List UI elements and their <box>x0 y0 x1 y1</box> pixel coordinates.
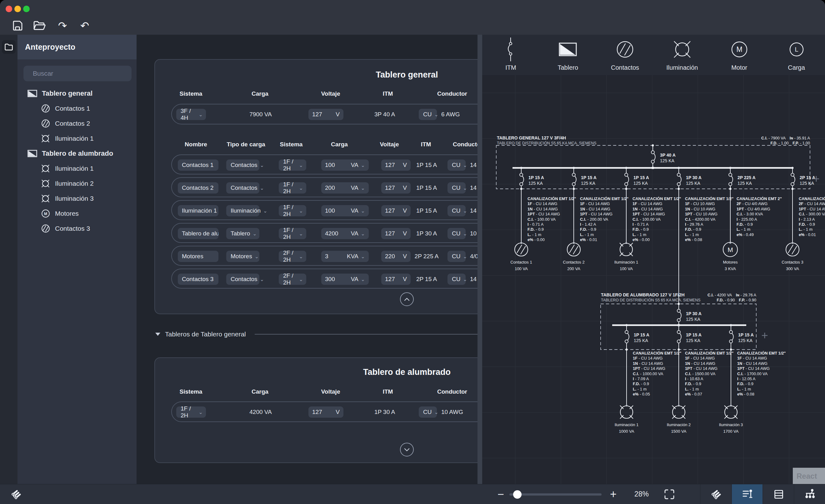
nombre-input[interactable]: Contactos 1 <box>178 159 218 171</box>
zoom-slider[interactable] <box>509 493 602 496</box>
panel-scrollbar[interactable] <box>477 35 482 484</box>
chevron-down-icon: ⌄ <box>463 231 467 237</box>
sistema-select[interactable]: 3F / 4H⌄ <box>176 109 206 120</box>
palette-item-tablero[interactable]: Tablero <box>539 35 597 75</box>
palette-item-itm[interactable]: ITM <box>482 35 539 75</box>
tree-item-tablero-de-alumbrado[interactable]: Tablero de alumbrado <box>17 146 137 161</box>
sistema-select[interactable]: 2F / 2H⌄ <box>279 251 306 262</box>
voltaje-input[interactable]: 127V <box>308 407 344 418</box>
sistema-select[interactable]: 1F / 2H⌄ <box>279 159 306 171</box>
collapse-rows-button[interactable] <box>400 292 414 306</box>
nombre-input[interactable]: Iluminación 1 <box>178 205 218 216</box>
conduit-settings-button[interactable] <box>9 484 24 504</box>
sistema-select[interactable]: 1F / 2H⌄ <box>279 228 306 239</box>
sistema-select[interactable]: 2F / 2H⌄ <box>279 274 306 285</box>
carga-unit-select[interactable]: KVA⌄ <box>347 253 365 260</box>
carga-unit-select[interactable]: VA⌄ <box>351 162 365 168</box>
zoom-window-button[interactable] <box>23 6 30 12</box>
palette-item-motor[interactable]: MMotor <box>710 35 768 75</box>
nombre-input[interactable]: Contactos 2 <box>178 182 218 194</box>
carga-input[interactable]: 4200VA⌄ <box>321 228 369 239</box>
diagram-tree-view-button[interactable] <box>794 484 825 504</box>
load-row-motores: MotoresMotores⌄2F / 2H⌄3KVA⌄220V2P 225 A… <box>171 246 477 266</box>
carga-input[interactable]: 3KVA⌄ <box>321 251 369 262</box>
voltaje-input[interactable]: 127V <box>308 109 344 120</box>
tree-item-contactos-1[interactable]: Contactos 1 <box>17 101 137 116</box>
palette-item-contactos[interactable]: Contactos <box>597 35 654 75</box>
zoom-slider-thumb[interactable] <box>513 490 522 499</box>
tree-item-contactos-2[interactable]: Contactos 2 <box>17 116 137 131</box>
carga-unit-select[interactable]: VA⌄ <box>351 276 365 283</box>
save-button[interactable] <box>10 18 25 33</box>
chevron-down-icon: ⌄ <box>361 162 365 168</box>
conductor-material-select[interactable]: CU⌄ <box>448 251 466 262</box>
tree-item-iluminación-1[interactable]: Iluminación 1 <box>17 161 137 176</box>
tipo-de-carga-select[interactable]: Contactos⌄ <box>226 159 259 171</box>
nombre-input[interactable]: Contactos 3 <box>178 274 218 285</box>
undo-button[interactable]: ↷ <box>55 18 70 33</box>
sub-panels-section-header[interactable]: Tableros de Tablero general <box>137 328 477 341</box>
diagram-panel[interactable]: TABLERO GENERAL 127 V 3F/4HTABLERO DE DI… <box>496 135 825 304</box>
chevron-down-icon: ⌄ <box>463 185 467 191</box>
carga-input[interactable]: 200VA⌄ <box>321 182 369 194</box>
conduit-view-button[interactable] <box>700 484 732 504</box>
expand-rows-button[interactable] <box>400 443 414 456</box>
fit-to-screen-button[interactable] <box>662 484 677 504</box>
nombre-input[interactable]: Tablero de alu <box>178 228 218 239</box>
tipo-de-carga-select[interactable]: Contactos⌄ <box>226 182 259 194</box>
tipo-de-carga-select[interactable]: Motores⌄ <box>226 251 259 262</box>
svg-text:Contactos 1: Contactos 1 <box>510 260 532 265</box>
open-button[interactable] <box>32 18 47 33</box>
conductor-material-select[interactable]: CU⌄ <box>448 182 466 194</box>
conductor-material-select[interactable]: CU⌄ <box>448 205 466 216</box>
minimize-window-button[interactable] <box>14 6 21 12</box>
tree-item-iluminación-2[interactable]: Iluminación 2 <box>17 176 137 191</box>
svg-text:I - 10.63 A: I - 10.63 A <box>685 376 703 381</box>
conductor-material-select[interactable]: CU⌄ <box>419 109 437 120</box>
voltaje-input[interactable]: 127V <box>381 228 410 239</box>
zoom-out-button[interactable]: − <box>498 484 504 504</box>
tipo-de-carga-select[interactable]: Contactos⌄ <box>226 274 259 285</box>
carga-input[interactable]: 300VA⌄ <box>321 274 369 285</box>
voltaje-input[interactable]: 127V <box>381 205 410 216</box>
tree-item-contactos-3[interactable]: Contactos 3 <box>17 221 137 236</box>
tree-item-iluminación-3[interactable]: Iluminación 3 <box>17 191 137 206</box>
conductor-material-select[interactable]: CU⌄ <box>419 407 437 418</box>
carga-unit-select[interactable]: VA⌄ <box>351 185 365 191</box>
carga-unit-select[interactable]: VA⌄ <box>351 207 365 214</box>
palette-item-carga[interactable]: LCarga <box>768 35 825 75</box>
project-folder-button[interactable] <box>2 40 16 54</box>
voltaje-input[interactable]: 127V <box>381 182 410 194</box>
svg-text:L. - 1 m: L. - 1 m <box>633 387 647 391</box>
single-line-diagram[interactable]: TABLERO GENERAL 127 V 3F/4HTABLERO DE DI… <box>482 75 825 484</box>
conductor-material-select[interactable]: CU⌄ <box>448 228 466 239</box>
tree-item-tablero-general[interactable]: Tablero general <box>17 86 137 101</box>
palette-item-iluminación[interactable]: Iluminación <box>654 35 710 75</box>
tree-item-iluminación-1[interactable]: Iluminación 1 <box>17 131 137 146</box>
tipo-de-carga-select[interactable]: Iluminación⌄ <box>226 205 259 216</box>
diagram-canvas[interactable]: TABLERO GENERAL 127 V 3F/4HTABLERO DE DI… <box>482 75 825 484</box>
voltaje-input[interactable]: 127V <box>381 159 410 171</box>
redo-button[interactable]: ↶ <box>77 18 92 33</box>
table-view-button[interactable] <box>762 484 795 504</box>
search-input[interactable] <box>23 66 132 81</box>
carga-input[interactable]: 100VA⌄ <box>321 205 369 216</box>
zoom-in-button[interactable]: + <box>610 484 616 504</box>
voltaje-input[interactable]: 220V <box>381 251 410 262</box>
tree-item-motores[interactable]: MMotores <box>17 206 137 221</box>
sistema-select[interactable]: 1F / 2H⌄ <box>176 407 206 418</box>
close-window-button[interactable] <box>6 6 12 12</box>
svg-text:C.I. - 1500.00 VA: C.I. - 1500.00 VA <box>685 371 716 376</box>
nombre-input[interactable]: Motores <box>178 251 218 262</box>
sistema-select[interactable]: 1F / 2H⌄ <box>279 182 306 194</box>
conductor-material-select[interactable]: CU⌄ <box>448 274 466 285</box>
triangle-down-icon <box>155 333 160 336</box>
carga-unit-select[interactable]: VA⌄ <box>351 230 365 237</box>
sistema-select[interactable]: 1F / 2H⌄ <box>279 205 306 216</box>
voltaje-input[interactable]: 127V <box>381 274 410 285</box>
tipo-de-carga-select[interactable]: Tablero⌄ <box>226 228 259 239</box>
conductor-material-select[interactable]: CU⌄ <box>448 159 466 171</box>
panel-schedule-view-button[interactable] <box>731 484 763 504</box>
carga-input[interactable]: 100VA⌄ <box>321 159 369 171</box>
svg-text:e% - 0.00: e% - 0.00 <box>527 237 545 242</box>
